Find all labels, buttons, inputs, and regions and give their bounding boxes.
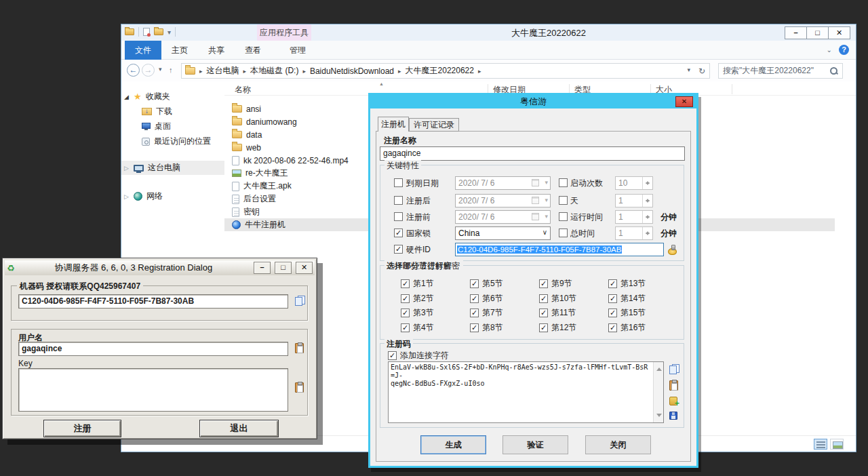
back-button[interactable]: ←	[127, 64, 140, 77]
number-spinner[interactable]: 10	[615, 176, 653, 190]
copy-icon[interactable]	[669, 364, 679, 374]
machine-code-field[interactable]: C120-04D6-985F-F4F7-5110-F05F-7B87-30AB	[18, 294, 288, 309]
breadcrumb-item[interactable]: BaiduNetdiskDownload	[310, 66, 394, 76]
generate-button[interactable]: 生成	[420, 435, 486, 454]
sidebar-item-recent-places[interactable]: 最近访问的位置	[121, 134, 224, 148]
section-checkbox[interactable]: ✓第10节	[539, 292, 608, 306]
checkbox[interactable]: ✓	[394, 229, 403, 237]
checkbox[interactable]	[394, 196, 403, 205]
maximize-button[interactable]: □	[275, 262, 292, 274]
expander-closed-icon[interactable]: ▷	[124, 165, 130, 172]
section-checkbox[interactable]: ✓第2节	[401, 292, 470, 306]
close-button[interactable]: ✕	[675, 96, 693, 107]
date-field[interactable]: 2020/ 7/ 6▾	[455, 194, 551, 207]
sidebar-item-favorites[interactable]: ◢ ★ 收藏夹	[121, 90, 224, 104]
history-chevron-icon[interactable]: ▾	[159, 66, 162, 73]
ribbon-tab-home[interactable]: 主页	[161, 41, 198, 60]
key-field[interactable]	[18, 368, 288, 412]
spinner-buttons[interactable]	[642, 177, 652, 189]
section-checkbox[interactable]: ✓第13节	[608, 277, 677, 292]
checkbox[interactable]: ✓	[608, 309, 617, 317]
section-checkbox[interactable]: ✓第5节	[470, 277, 539, 292]
section-checkbox[interactable]: ✓第4节	[401, 321, 470, 336]
copy-icon[interactable]	[295, 296, 305, 306]
checkbox[interactable]: ✓	[608, 279, 617, 288]
paste-icon[interactable]	[295, 343, 304, 353]
checkbox[interactable]: ✓	[470, 323, 479, 332]
reg-name-input[interactable]: gagaqince	[380, 146, 685, 161]
new-folder-icon[interactable]	[154, 28, 163, 35]
spinner-buttons[interactable]	[642, 195, 652, 207]
dropdown-chevron-icon[interactable]: ∨	[542, 229, 547, 236]
expander-open-icon[interactable]: ◢	[124, 94, 130, 100]
checkbox[interactable]: ✓	[394, 245, 403, 254]
minimize-button[interactable]: –	[785, 26, 807, 39]
checkbox[interactable]: ✓	[470, 294, 479, 303]
paste-icon[interactable]	[295, 382, 304, 393]
thumbprint-icon[interactable]	[668, 248, 677, 255]
sidebar-item-desktop[interactable]: 桌面	[121, 119, 224, 134]
add-key-icon[interactable]	[669, 397, 677, 405]
close-button[interactable]: ✕	[828, 26, 850, 39]
reg-code-textarea[interactable]: EnLaV-wkB8u-Sxl6S-2F+bD-KnPHq-r8AeS-wzs5…	[388, 361, 664, 423]
section-checkbox[interactable]: ✓第9节	[539, 277, 608, 292]
close-button[interactable]: ✕	[296, 262, 313, 274]
scrollbar[interactable]	[653, 362, 663, 422]
dropdown-chevron-icon[interactable]: ▾	[545, 213, 548, 220]
forward-button[interactable]: →	[142, 64, 155, 77]
date-field[interactable]: 2020/ 7/ 6▾	[455, 210, 551, 224]
register-button[interactable]: 注册	[43, 420, 121, 437]
breadcrumb-bar[interactable]: ▸ 这台电脑▸本地磁盘 (D:)▸BaiduNetdiskDownload▸大牛…	[181, 63, 710, 79]
section-checkbox[interactable]: ✓第1节	[401, 277, 470, 292]
qat-customize-chevron-icon[interactable]: ▾	[167, 28, 171, 36]
checkbox[interactable]: ✓	[539, 323, 548, 332]
checkbox[interactable]: ✓	[608, 323, 617, 332]
thumbnail-view-button[interactable]	[830, 439, 844, 450]
checkbox[interactable]	[559, 229, 568, 237]
refresh-icon[interactable]: ↻	[698, 66, 705, 76]
checkbox[interactable]	[559, 178, 568, 187]
checkbox[interactable]: ✓	[470, 279, 479, 288]
scroll-down-icon[interactable]	[656, 414, 662, 420]
ribbon-tab-view[interactable]: 查看	[235, 41, 271, 60]
close-dialog-button[interactable]: 关闭	[585, 435, 651, 454]
checkbox[interactable]: ✓	[401, 279, 410, 288]
sidebar-item-downloads[interactable]: 下载	[121, 104, 224, 119]
section-checkbox[interactable]: ✓第15节	[608, 306, 677, 321]
tab-keygen[interactable]: 注册机	[378, 117, 409, 132]
help-icon[interactable]: ?	[839, 45, 849, 55]
details-view-button[interactable]	[814, 439, 827, 450]
checkbox[interactable]: ✓	[470, 309, 479, 317]
country-select[interactable]: China∨	[455, 226, 551, 240]
expander-closed-icon[interactable]: ▷	[124, 193, 130, 200]
address-dropdown-chevron-icon[interactable]: ▾	[687, 66, 690, 76]
properties-icon[interactable]	[143, 28, 150, 36]
checkbox[interactable]: ✓	[539, 309, 548, 317]
checkbox[interactable]: ✓	[401, 309, 410, 317]
spinner-buttons[interactable]	[642, 227, 652, 239]
spinner-buttons[interactable]	[642, 211, 652, 223]
breadcrumb-item[interactable]: 这台电脑	[207, 65, 239, 77]
dropdown-chevron-icon[interactable]: ▾	[545, 197, 548, 203]
checkbox[interactable]	[394, 212, 403, 221]
section-checkbox[interactable]: ✓第7节	[470, 306, 539, 321]
username-field[interactable]: gagaqince	[18, 342, 288, 356]
ribbon-tab-share[interactable]: 共享	[198, 41, 235, 60]
save-icon[interactable]	[669, 412, 677, 420]
checkbox[interactable]: ✓	[608, 294, 617, 303]
dropdown-chevron-icon[interactable]: ▾	[545, 179, 548, 186]
checkbox[interactable]	[559, 212, 568, 221]
checkbox[interactable]: ✓	[539, 294, 548, 303]
breadcrumb-item[interactable]: 大牛魔王20220622	[406, 65, 474, 77]
number-spinner[interactable]: 1	[615, 194, 653, 207]
section-checkbox[interactable]: ✓第3节	[401, 306, 470, 321]
ribbon-tab-file[interactable]: 文件	[125, 41, 161, 60]
breadcrumb-item[interactable]: 本地磁盘 (D:)	[250, 65, 298, 77]
join-chars-checkbox[interactable]: ✓ 添加连接字符	[388, 350, 449, 361]
tab-license-history[interactable]: 许可证记录	[409, 118, 459, 132]
verify-button[interactable]: 验证	[502, 435, 568, 454]
section-checkbox[interactable]: ✓第11节	[539, 306, 608, 321]
number-spinner[interactable]: 1	[615, 210, 653, 224]
section-checkbox[interactable]: ✓第12节	[539, 321, 608, 336]
exit-button[interactable]: 退出	[199, 420, 279, 437]
